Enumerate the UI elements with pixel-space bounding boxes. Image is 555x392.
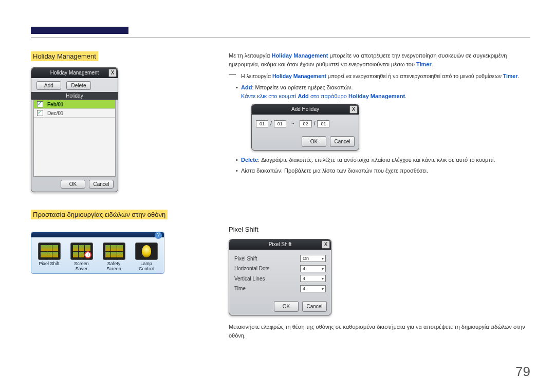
bullet-add: Add: Μπορείτε να ορίσετε ημέρες διακοπών… xyxy=(236,83,530,151)
select-pixel-shift[interactable]: On xyxy=(300,255,326,262)
row-label: Pixel Shift xyxy=(234,255,257,263)
ok-button[interactable]: OK xyxy=(274,301,299,312)
header-divider xyxy=(31,37,530,38)
ok-button[interactable]: OK xyxy=(61,180,85,189)
term-timer: Timer xyxy=(416,61,432,67)
close-icon[interactable]: X xyxy=(322,240,330,249)
add-button[interactable]: Add xyxy=(36,81,61,90)
close-icon[interactable]: X xyxy=(349,105,358,114)
panel-title-text: Add Holiday xyxy=(291,106,319,112)
select-vertical-lines[interactable]: 4 xyxy=(300,275,326,282)
protection-panel-titlebar xyxy=(31,232,164,237)
cancel-button[interactable]: Cancel xyxy=(330,136,355,147)
checkbox-icon[interactable] xyxy=(37,101,43,107)
page-number: 79 xyxy=(515,364,530,380)
row-label: Horizontal Dots xyxy=(234,265,269,273)
intro-paragraph: Με τη λειτουργία Holiday Management μπορ… xyxy=(229,51,530,69)
holiday-management-panel: Holiday Management X Add Delete Holiday … xyxy=(31,67,118,192)
icon-label: Screen Saver xyxy=(74,261,89,271)
day-from[interactable]: 01 xyxy=(274,120,286,127)
icon-label: Safety Screen xyxy=(106,261,121,271)
panel-title: Holiday Management X xyxy=(31,68,118,78)
page-content: Holiday Management Holiday Management X … xyxy=(31,51,530,340)
day-to[interactable]: 01 xyxy=(317,120,329,127)
month-from[interactable]: 01 xyxy=(256,120,268,127)
heading-screen-protection: Προστασία δημιουργίας ειδώλων στην οθόνη xyxy=(31,210,168,219)
left-column: Holiday Management Holiday Management X … xyxy=(31,51,198,340)
row-label: Time xyxy=(234,285,246,293)
row-time: Time 4 xyxy=(234,284,326,294)
icon-lamp-control[interactable]: Lamp Control xyxy=(133,242,160,271)
icon-screen-saver[interactable]: Screen Saver xyxy=(68,242,95,271)
row-pixel-shift: Pixel Shift On xyxy=(234,254,326,264)
select-time[interactable]: 4 xyxy=(300,285,326,292)
pixel-shift-description: Μετακινήστε ελαφρώς τη θέση της οθόνης σ… xyxy=(229,323,530,340)
icon-safety-screen[interactable]: Safety Screen xyxy=(101,242,127,271)
checkbox-icon[interactable] xyxy=(37,110,43,116)
pixel-shift-panel: Pixel Shift X Pixel Shift On Horizontal … xyxy=(229,239,331,316)
right-column: Με τη λειτουργία Holiday Management μπορ… xyxy=(229,51,530,340)
holiday-list: Feb/01 Dec/01 xyxy=(33,100,116,177)
row-horizontal-dots: Horizontal Dots 4 xyxy=(234,264,326,274)
add-holiday-panel: Add Holiday X 01 / 01 ~ 02 / 01 xyxy=(251,104,359,151)
delete-button[interactable]: Delete xyxy=(66,81,91,90)
month-to[interactable]: 02 xyxy=(300,120,312,127)
term-add: Add xyxy=(241,84,252,90)
cancel-button[interactable]: Cancel xyxy=(89,180,114,189)
header-accent-bar xyxy=(31,27,128,34)
icon-label: Lamp Control xyxy=(139,261,154,271)
list-item[interactable]: Dec/01 xyxy=(34,109,115,118)
panel-title-text: Holiday Management xyxy=(50,70,99,76)
bullet-list: Λίστα διακοπών: Προβάλετε μια λίστα των … xyxy=(236,166,530,175)
note-holiday-management: Η λειτουργία Holiday Management μπορεί ν… xyxy=(229,72,530,80)
row-label: Vertical Lines xyxy=(234,275,265,283)
column-header-holiday: Holiday xyxy=(31,92,118,100)
protection-icons-panel: Pixel Shift Screen Saver Safety Screen xyxy=(31,232,164,274)
select-horizontal-dots[interactable]: 4 xyxy=(300,265,326,272)
term-delete: Delete xyxy=(241,157,258,163)
icon-label: Pixel Shift xyxy=(39,261,59,266)
heading-holiday-management: Holiday Management xyxy=(31,51,98,61)
heading-pixel-shift: Pixel Shift xyxy=(229,225,530,235)
close-icon[interactable]: X xyxy=(108,69,117,77)
row-vertical-lines: Vertical Lines 4 xyxy=(234,274,326,284)
icon-pixel-shift[interactable]: Pixel Shift xyxy=(36,242,63,271)
cancel-button[interactable]: Cancel xyxy=(302,301,327,312)
ok-button[interactable]: OK xyxy=(302,136,326,147)
panel-title-text: Pixel Shift xyxy=(269,241,291,247)
term-holiday-management: Holiday Management xyxy=(271,52,328,59)
holiday-date: Dec/01 xyxy=(47,110,64,116)
list-item[interactable]: Feb/01 xyxy=(34,100,115,109)
bullet-delete: Delete: Διαγράψτε διακοπές. επιλέξτε τα … xyxy=(236,156,530,164)
holiday-date: Feb/01 xyxy=(47,102,64,107)
